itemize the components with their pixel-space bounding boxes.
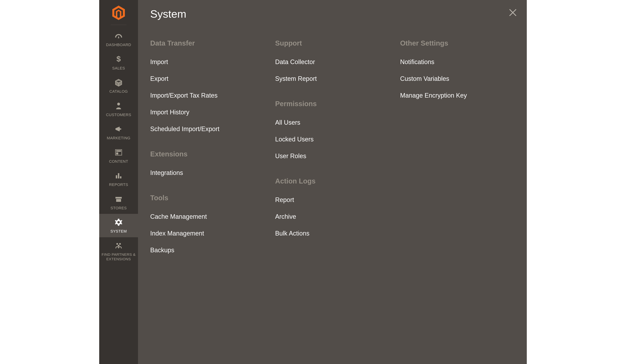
close-button[interactable] (508, 8, 518, 17)
partners-icon (115, 241, 123, 250)
section-heading: Other Settings (400, 39, 514, 47)
admin-sidebar: DASHBOARD $ SALES CATALOG CUSTOMERS (99, 0, 138, 364)
link-backups[interactable]: Backups (150, 247, 265, 254)
svg-point-11 (119, 243, 121, 245)
link-report[interactable]: Report (275, 196, 390, 204)
link-index-management[interactable]: Index Management (150, 230, 265, 237)
link-export[interactable]: Export (150, 75, 265, 82)
link-custom-variables[interactable]: Custom Variables (400, 75, 514, 82)
link-all-users[interactable]: All Users (275, 119, 390, 126)
flyout-column: Support Data Collector System Report Per… (275, 39, 390, 254)
svg-rect-4 (116, 150, 121, 152)
section-heading: Action Logs (275, 177, 390, 185)
sidebar-item-sales[interactable]: $ SALES (99, 51, 138, 74)
box-icon (115, 78, 123, 87)
bars-icon (115, 171, 123, 180)
person-icon (115, 102, 123, 110)
svg-rect-6 (116, 175, 117, 179)
svg-point-2 (117, 103, 120, 106)
flyout-columns: Data Transfer Import Export Import/Expor… (150, 39, 514, 254)
section-heading: Support (275, 39, 390, 47)
section-heading: Tools (150, 194, 265, 202)
sidebar-item-system[interactable]: SYSTEM (99, 214, 138, 237)
sidebar-label: MARKETING (107, 136, 130, 141)
flyout-column: Other Settings Notifications Custom Vari… (400, 39, 514, 254)
link-system-report[interactable]: System Report (275, 75, 390, 82)
sidebar-label: REPORTS (109, 182, 128, 187)
link-import-history[interactable]: Import History (150, 109, 265, 116)
link-cache-management[interactable]: Cache Management (150, 213, 265, 220)
magento-logo[interactable] (112, 5, 125, 20)
sidebar-item-content[interactable]: CONTENT (99, 144, 138, 167)
sidebar-label: SYSTEM (110, 229, 127, 234)
section-tools: Tools Cache Management Index Management … (150, 194, 265, 254)
sidebar-label: FIND PARTNERS & EXTENSIONS (100, 252, 137, 261)
sidebar-label: SALES (112, 66, 125, 71)
sidebar-item-catalog[interactable]: CATALOG (99, 74, 138, 97)
svg-rect-8 (120, 176, 121, 179)
section-support: Support Data Collector System Report (275, 39, 390, 82)
section-data-transfer: Data Transfer Import Export Import/Expor… (150, 39, 265, 133)
sidebar-label: CUSTOMERS (106, 112, 131, 117)
sidebar-item-marketing[interactable]: MARKETING (99, 121, 138, 144)
svg-point-12 (118, 245, 119, 247)
sidebar-item-partners[interactable]: FIND PARTNERS & EXTENSIONS (99, 237, 138, 265)
system-flyout-panel: System Data Transfer Import Export Impor… (138, 0, 527, 364)
layout-icon (115, 148, 123, 157)
section-extensions: Extensions Integrations (150, 150, 265, 177)
link-data-collector[interactable]: Data Collector (275, 58, 390, 66)
sidebar-item-reports[interactable]: REPORTS (99, 167, 138, 191)
store-icon (115, 195, 123, 203)
sidebar-label: STORES (110, 206, 127, 211)
section-action-logs: Action Logs Report Archive Bulk Actions (275, 177, 390, 237)
link-user-roles[interactable]: User Roles (275, 152, 390, 160)
sidebar-label: CONTENT (109, 159, 128, 164)
section-heading: Permissions (275, 100, 390, 108)
sidebar-item-customers[interactable]: CUSTOMERS (99, 97, 138, 121)
section-heading: Extensions (150, 150, 265, 158)
svg-point-10 (116, 243, 118, 245)
link-bulk-actions[interactable]: Bulk Actions (275, 230, 390, 237)
link-integrations[interactable]: Integrations (150, 169, 265, 177)
dashboard-icon (115, 33, 123, 40)
sidebar-label: CATALOG (109, 89, 128, 94)
link-import[interactable]: Import (150, 58, 265, 66)
link-import-export-tax-rates[interactable]: Import/Export Tax Rates (150, 92, 265, 99)
sidebar-divider (111, 25, 126, 25)
link-notifications[interactable]: Notifications (400, 58, 514, 66)
svg-text:$: $ (117, 55, 121, 63)
svg-point-9 (117, 221, 120, 223)
gear-icon (115, 218, 123, 226)
sidebar-item-stores[interactable]: STORES (99, 191, 138, 214)
link-locked-users[interactable]: Locked Users (275, 136, 390, 143)
dollar-icon: $ (115, 55, 123, 63)
section-permissions: Permissions All Users Locked Users User … (275, 100, 390, 160)
link-manage-encryption-key[interactable]: Manage Encryption Key (400, 92, 514, 99)
section-other-settings: Other Settings Notifications Custom Vari… (400, 39, 514, 99)
svg-rect-7 (118, 173, 119, 179)
link-scheduled-import-export[interactable]: Scheduled Import/Export (150, 125, 265, 133)
svg-rect-5 (116, 152, 118, 154)
section-heading: Data Transfer (150, 39, 265, 47)
sidebar-item-dashboard[interactable]: DASHBOARD (99, 29, 138, 51)
flyout-title: System (150, 8, 514, 20)
flyout-column: Data Transfer Import Export Import/Expor… (150, 39, 265, 254)
megaphone-icon (115, 125, 123, 133)
sidebar-label: DASHBOARD (106, 42, 131, 47)
link-archive[interactable]: Archive (275, 213, 390, 220)
